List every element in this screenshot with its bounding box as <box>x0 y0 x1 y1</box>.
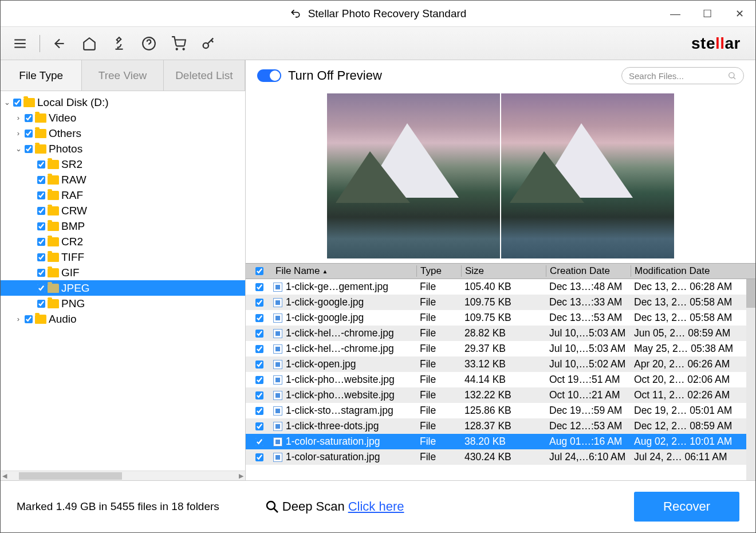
tree-checkbox[interactable] <box>37 300 45 308</box>
file-name: 1-click-three-dots.jpg <box>286 420 379 432</box>
deep-scan-label: Deep Scan <box>282 499 345 514</box>
folder-icon <box>48 268 59 277</box>
table-row[interactable]: 1-click-google.jpgFile109.75 KBDec 13…:5… <box>246 310 755 326</box>
back-button[interactable] <box>47 31 72 56</box>
preview-image-right <box>501 93 674 258</box>
col-filename[interactable]: File Name▲ <box>273 265 416 277</box>
file-name: 1-color-saturation.jpg <box>286 436 380 448</box>
row-checkbox[interactable] <box>255 407 263 415</box>
folder-icon <box>48 175 59 185</box>
table-row[interactable]: 1-click-three-dots.jpgFile128.37 KBDec 1… <box>246 418 755 434</box>
table-row[interactable]: 1-click-google.jpgFile109.75 KBDec 13…:3… <box>246 295 755 310</box>
col-size[interactable]: Size <box>461 265 546 277</box>
tree-label: BMP <box>61 220 85 233</box>
tab-deleted-list[interactable]: Deleted List <box>164 60 245 91</box>
tab-tree-view[interactable]: Tree View <box>82 60 163 91</box>
tree-checkbox[interactable] <box>37 207 45 215</box>
row-checkbox[interactable] <box>255 345 263 353</box>
tree-label: RAW <box>61 174 86 186</box>
help-button[interactable] <box>136 31 162 56</box>
minimize-button[interactable]: — <box>659 1 691 27</box>
table-row[interactable]: 1-click-pho…website.jpgFile44.14 KBOct 1… <box>246 372 755 387</box>
row-checkbox[interactable] <box>255 438 263 446</box>
row-checkbox[interactable] <box>255 360 263 369</box>
row-checkbox[interactable] <box>255 391 263 399</box>
chevron-right-icon[interactable]: › <box>14 129 22 138</box>
row-checkbox[interactable] <box>255 314 263 322</box>
tree-checkbox[interactable] <box>37 191 45 199</box>
h-scrollbar[interactable]: ◀▶ <box>1 471 245 480</box>
tree-checkbox[interactable] <box>37 269 45 277</box>
deep-scan-link[interactable]: Click here <box>348 499 404 514</box>
folder-icon <box>48 191 59 200</box>
file-name: 1-click-google.jpg <box>286 296 364 308</box>
tab-file-type[interactable]: File Type <box>1 60 82 91</box>
table-row[interactable]: 1-color-saturation.jpgFile38.20 KBAug 01… <box>246 434 755 449</box>
search-input[interactable]: Search Files... <box>621 67 744 84</box>
menu-button[interactable] <box>7 31 33 56</box>
app-title: Stellar Photo Recovery Standard <box>290 7 467 20</box>
chevron-down-icon[interactable]: ⌄ <box>3 98 11 107</box>
tree-item[interactable]: BMP <box>1 218 245 234</box>
table-row[interactable]: 1-color-saturation.jpgFile430.24 KBJul 2… <box>246 449 755 465</box>
tree-checkbox[interactable] <box>25 114 33 122</box>
maximize-button[interactable]: ☐ <box>691 1 723 27</box>
file-type: File <box>416 374 461 386</box>
tree-checkbox[interactable] <box>37 253 45 261</box>
file-mdate: Oct 20, 2… 02:06 AM <box>631 374 755 386</box>
tree-item[interactable]: RAW <box>1 172 245 187</box>
table-row[interactable]: 1-click-sto…stagram.jpgFile125.86 KBDec … <box>246 403 755 418</box>
tree-item[interactable]: JPEG <box>1 280 245 296</box>
file-icon <box>273 313 282 323</box>
tree-checkbox[interactable] <box>37 160 45 168</box>
tree-item[interactable]: CR2 <box>1 234 245 249</box>
chevron-right-icon[interactable]: › <box>14 315 22 323</box>
tree-checkbox[interactable] <box>13 99 21 107</box>
folder-icon <box>35 129 46 138</box>
select-all-checkbox[interactable] <box>255 267 263 275</box>
table-row[interactable]: 1-click-ge…gement.jpgFile105.40 KBDec 13… <box>246 279 755 295</box>
cart-button[interactable] <box>166 31 191 56</box>
tree-item[interactable]: PNG <box>1 296 245 311</box>
file-table: File Name▲ Type Size Creation Date Modif… <box>246 263 755 480</box>
tree-checkbox[interactable] <box>25 315 33 323</box>
key-button[interactable] <box>196 31 221 56</box>
deep-scan: Deep Scan Click here <box>265 499 404 514</box>
tree-item[interactable]: GIF <box>1 265 245 280</box>
tree-checkbox[interactable] <box>37 238 45 246</box>
chevron-down-icon[interactable]: ⌄ <box>14 144 22 153</box>
tree-checkbox[interactable] <box>37 176 45 184</box>
microscope-button[interactable] <box>107 31 132 56</box>
row-checkbox[interactable] <box>255 453 263 461</box>
tree-item[interactable]: RAF <box>1 187 245 203</box>
table-row[interactable]: 1-click-pho…website.jpgFile132.22 KBOct … <box>246 387 755 403</box>
row-checkbox[interactable] <box>255 283 263 291</box>
tree-checkbox[interactable] <box>25 145 33 153</box>
tree-checkbox[interactable] <box>25 130 33 138</box>
preview-toggle[interactable] <box>257 69 281 82</box>
tree-item[interactable]: TIFF <box>1 249 245 265</box>
v-scrollbar[interactable] <box>746 279 755 480</box>
col-type[interactable]: Type <box>416 265 461 277</box>
row-checkbox[interactable] <box>255 422 263 430</box>
tree-item[interactable]: SR2 <box>1 156 245 172</box>
col-mdate[interactable]: Modification Date <box>631 265 755 277</box>
file-type: File <box>416 312 461 324</box>
file-icon <box>273 406 282 416</box>
home-button[interactable] <box>77 31 102 56</box>
table-row[interactable]: 1-click-hel…-chrome.jpgFile28.82 KBJul 1… <box>246 326 755 341</box>
chevron-right-icon[interactable]: › <box>14 113 22 122</box>
col-cdate[interactable]: Creation Date <box>546 265 631 277</box>
row-checkbox[interactable] <box>255 330 263 338</box>
tree-checkbox[interactable] <box>37 222 45 230</box>
table-row[interactable]: 1-click-open.jpgFile33.12 KBJul 10,…5:02… <box>246 356 755 372</box>
close-button[interactable]: ✕ <box>723 1 755 27</box>
tree-checkbox[interactable] <box>37 284 45 292</box>
recover-button[interactable]: Recover <box>634 492 739 522</box>
tree-item[interactable]: CRW <box>1 203 245 218</box>
sort-asc-icon: ▲ <box>322 268 328 275</box>
table-row[interactable]: 1-click-hel…-chrome.jpgFile29.37 KBJul 1… <box>246 341 755 356</box>
row-checkbox[interactable] <box>255 376 263 384</box>
row-checkbox[interactable] <box>255 299 263 307</box>
folder-tree[interactable]: ⌄Local Disk (D:) ›Video ›Others ⌄Photos … <box>1 91 245 471</box>
